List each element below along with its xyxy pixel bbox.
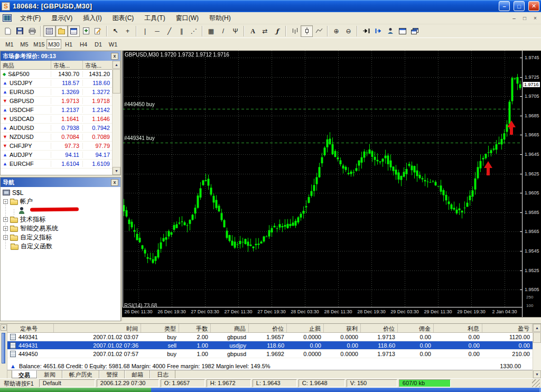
menu-item-view[interactable]: 显示(V) <box>46 12 78 24</box>
scroll-thumb[interactable] <box>533 332 541 343</box>
pencil-button[interactable]: / <box>217 25 229 37</box>
tab-news[interactable]: 新闻 <box>37 370 62 378</box>
scroll-thumb[interactable] <box>113 69 120 94</box>
indicator-list-button[interactable]: ƒ <box>271 25 283 37</box>
nav-item-folder-1[interactable]: +技术指标 <box>1 215 120 224</box>
orders-column-header[interactable]: 利息 <box>434 324 482 332</box>
vertical-line-button[interactable]: | <box>139 25 151 37</box>
orders-column-header[interactable]: 止损 <box>287 324 324 332</box>
text-label-button[interactable]: A <box>247 25 259 37</box>
market-watch-row-eurusd[interactable]: ▲EURUSD1.32691.3272 <box>1 88 120 97</box>
order-row-449431[interactable]: 4494312007.01.02 07:36sell1.00usdjpy118.… <box>7 341 533 350</box>
zoom-out-button[interactable]: ⊖ <box>342 25 355 37</box>
time-axis[interactable]: 26 Dec 11:3026 Dec 19:3027 Dec 03:3027 D… <box>123 307 522 317</box>
new-chart-button[interactable] <box>2 25 14 37</box>
terminal-scrollbar[interactable]: ▲ ▼ <box>533 324 541 378</box>
menu-item-file[interactable]: 文件(F) <box>15 12 46 24</box>
market-watch-button[interactable] <box>43 25 55 37</box>
scroll-down-icon[interactable]: ▼ <box>533 370 541 378</box>
mdi-minimize-icon[interactable]: – <box>509 14 519 22</box>
market-watch-row-audusd[interactable]: ▲AUDUSD0.79380.7942 <box>1 124 120 133</box>
fibonacci-button[interactable]: ⋰ <box>188 25 200 37</box>
orders-column-header[interactable]: 价位 <box>249 324 287 332</box>
nav-item-folder-1[interactable]: 自定义函数 <box>1 242 120 251</box>
timeframe-m1-button[interactable]: M1 <box>2 39 17 49</box>
line-type-button[interactable] <box>313 25 325 37</box>
nav-item-root-0[interactable]: S$L <box>1 188 120 197</box>
menu-item-help[interactable]: 帮助(H) <box>204 12 236 24</box>
market-watch-scrollbar[interactable]: ▲ ▼ <box>112 61 120 175</box>
chart-shift-button[interactable] <box>372 25 384 37</box>
timeframe-w1-button[interactable]: W1 <box>106 39 120 49</box>
save-chart-button[interactable] <box>14 25 26 37</box>
meta-editor-button[interactable] <box>92 25 104 37</box>
equidistant-channel-button[interactable]: ∥ <box>175 25 188 37</box>
nav-item-folder-1[interactable]: +智能交易系统 <box>1 224 120 233</box>
terminal-grip[interactable] <box>2 333 5 363</box>
mdi-restore-icon[interactable]: □ <box>520 14 529 22</box>
orders-column-header[interactable]: 盈亏 <box>482 324 533 332</box>
balance-row[interactable]: ▲ Balance: 4651.68 Credit: 0 Equity: 598… <box>7 362 533 370</box>
tab-trade[interactable]: 交易 <box>12 370 37 378</box>
navigator-titlebar[interactable]: 导航 x <box>1 178 120 187</box>
crosshair-button[interactable]: + <box>122 25 134 37</box>
orders-column-header[interactable]: 佣金 <box>398 324 434 332</box>
arrow-style-button[interactable]: ⇄ <box>259 25 271 37</box>
market-watch-titlebar[interactable]: 市场参考报价: 09:13 x <box>1 51 120 61</box>
market-watch-close-icon[interactable]: x <box>111 53 118 60</box>
terminal-button[interactable] <box>68 25 80 37</box>
order-row-449341[interactable]: 4493412007.01.02 03:07buy2.00gbpusd1.965… <box>7 333 533 341</box>
indicator-wizard-button[interactable] <box>384 25 396 37</box>
menu-item-insert[interactable]: 插入(I) <box>78 12 107 24</box>
price-axis[interactable]: 1.9716 1.97451.97251.97051.96851.96651.9… <box>522 51 541 317</box>
tab-mailbox[interactable]: 邮箱 <box>125 370 150 378</box>
navigator-close-icon[interactable]: x <box>111 179 118 186</box>
maximize-button[interactable]: □ <box>514 1 525 11</box>
zoom-in-button[interactable]: ⊕ <box>330 25 342 37</box>
trendline-button[interactable]: ╱ <box>163 25 175 37</box>
cursor-button[interactable]: ↖ <box>109 25 122 37</box>
scroll-up-icon[interactable]: ▲ <box>113 61 120 69</box>
title-bar[interactable]: S 180684: [GBPUSD,M30] – □ ✕ <box>0 0 541 12</box>
timeframe-m30-button[interactable]: M30 <box>46 39 61 49</box>
orders-column-header[interactable]: 定单号 <box>7 324 54 332</box>
market-watch-row-audjpy[interactable]: ▲AUDJPY94.1194.17 <box>1 151 120 160</box>
bar-type-button[interactable] <box>288 25 301 37</box>
orders-column-header[interactable]: 价位 <box>361 324 398 332</box>
scroll-up-icon[interactable]: ▲ <box>533 324 541 332</box>
navigator-button[interactable] <box>55 25 68 37</box>
menu-item-charts[interactable]: 图表(C) <box>107 12 139 24</box>
menu-item-tools[interactable]: 工具(T) <box>139 12 170 24</box>
market-watch-row-usdjpy[interactable]: ▲USDJPY118.57118.60 <box>1 79 120 88</box>
market-watch-column-header[interactable]: 市场... <box>83 61 113 69</box>
mdi-close-icon[interactable]: × <box>530 14 540 22</box>
market-watch-row-chfjpy[interactable]: ▼CHFJPY97.7397.79 <box>1 142 120 151</box>
menu-item-window[interactable]: 窗口(W) <box>171 12 204 24</box>
timeframe-h4-button[interactable]: H4 <box>76 39 91 49</box>
orders-column-header[interactable]: 时间 <box>54 324 141 332</box>
nav-item-folder-1[interactable]: +自定义指标 <box>1 233 120 242</box>
pitchfork-button[interactable]: Ψ <box>229 25 241 37</box>
chart-canvas[interactable] <box>123 51 522 307</box>
new-window-button[interactable] <box>396 25 408 37</box>
timeframe-m15-button[interactable]: M15 <box>32 39 46 49</box>
orders-column-header[interactable]: 类型 <box>141 324 179 332</box>
timeframe-d1-button[interactable]: D1 <box>91 39 106 49</box>
horizontal-line-button[interactable]: ─ <box>151 25 163 37</box>
market-watch-row-sp500[interactable]: ◆S&P5001430.701431.20 <box>1 70 120 79</box>
candle-type-button[interactable] <box>301 25 313 37</box>
market-watch-row-gbpusd[interactable]: ▼GBPUSD1.97131.9718 <box>1 97 120 106</box>
scroll-down-icon[interactable]: ▼ <box>113 167 120 175</box>
minimize-button[interactable]: – <box>499 1 510 11</box>
order-row-449450[interactable]: 4494502007.01.02 07:57buy1.00gbpusd1.969… <box>7 350 533 358</box>
nav-item-folder-1[interactable]: −帐户 <box>1 197 120 206</box>
auto-scroll-button[interactable] <box>360 25 372 37</box>
market-watch-row-usdchf[interactable]: ▲USDCHF1.21371.2142 <box>1 106 120 115</box>
market-watch-column-header[interactable]: 市场... <box>51 61 83 69</box>
tab-alerts[interactable]: 警报 <box>99 370 125 378</box>
orders-column-header[interactable]: 商品 <box>211 324 249 332</box>
drawing-grid-button[interactable]: ▦ <box>205 25 217 37</box>
orders-column-header[interactable]: 获利 <box>324 324 361 332</box>
market-watch-row-usdcad[interactable]: ▼USDCAD1.16411.1646 <box>1 115 120 124</box>
window-list-button[interactable] <box>408 25 421 37</box>
